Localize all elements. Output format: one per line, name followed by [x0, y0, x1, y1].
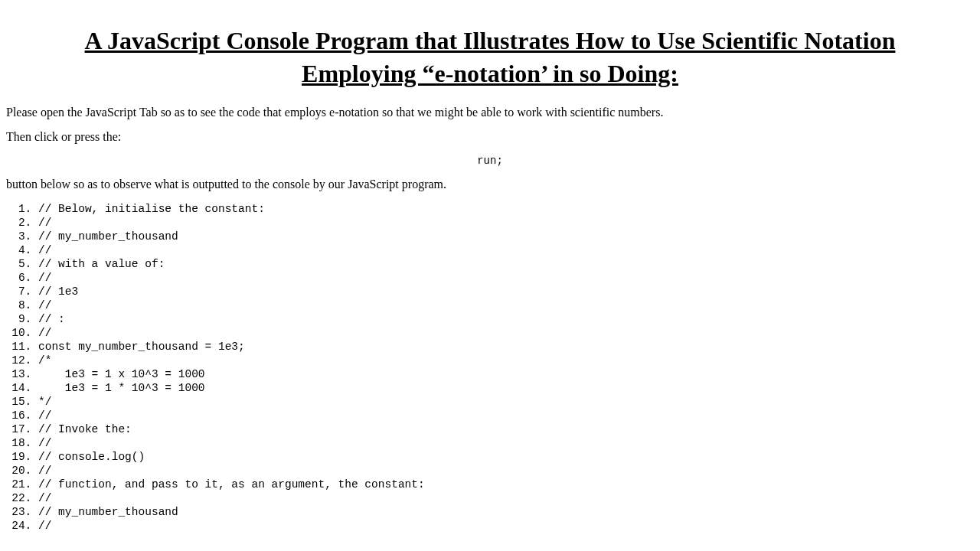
code-line: 1e3 = 1 * 10^3 = 1000: [38, 381, 974, 395]
run-code-label: run;: [6, 155, 974, 167]
code-line: //: [38, 491, 974, 505]
code-line: // my_number_thousand: [38, 230, 974, 243]
code-line: // console.log(): [38, 450, 974, 464]
code-line: //: [38, 436, 974, 450]
code-line: // with a value of:: [38, 257, 974, 271]
code-line: */: [38, 395, 974, 409]
intro-paragraph-3: button below so as to observe what is ou…: [6, 178, 974, 191]
code-line: // function, and pass to it, as an argum…: [38, 478, 974, 491]
code-line: // Invoke the:: [38, 422, 974, 436]
code-line: //: [38, 326, 974, 340]
page-title: A JavaScript Console Program that Illust…: [52, 24, 928, 90]
code-line: 1e3 = 1 x 10^3 = 1000: [38, 367, 974, 381]
code-line: const my_number_thousand = 1e3;: [38, 340, 974, 354]
code-line: //: [38, 409, 974, 422]
code-line: // :: [38, 312, 974, 326]
intro-paragraph-1: Please open the JavaScript Tab so as to …: [6, 106, 974, 119]
code-line: //: [38, 216, 974, 230]
code-line: // Below, initialise the constant:: [38, 202, 974, 216]
code-line: //: [38, 271, 974, 285]
code-line: //: [38, 464, 974, 478]
code-line: // my_number_thousand: [38, 505, 974, 519]
intro-paragraph-2: Then click or press the:: [6, 130, 974, 144]
code-listing: // Below, initialise the constant: // //…: [6, 202, 974, 533]
code-line: // 1e3: [38, 285, 974, 298]
code-line: /*: [38, 354, 974, 367]
code-line: //: [38, 243, 974, 257]
code-line: //: [38, 519, 974, 533]
code-line: //: [38, 298, 974, 312]
